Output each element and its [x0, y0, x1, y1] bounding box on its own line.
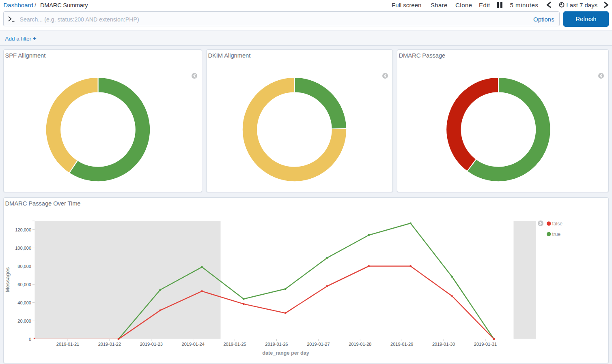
svg-text:0: 0: [29, 337, 31, 342]
svg-text:2019-01-27: 2019-01-27: [307, 342, 330, 347]
svg-text:80,000: 80,000: [17, 264, 31, 269]
svg-text:2019-01-21: 2019-01-21: [56, 342, 79, 347]
svg-text:true: true: [552, 231, 561, 237]
svg-text:60,000: 60,000: [17, 282, 31, 287]
svg-text:Messages: Messages: [4, 267, 11, 292]
svg-text:40,000: 40,000: [17, 300, 31, 305]
svg-text:2019-01-28: 2019-01-28: [349, 342, 371, 347]
svg-text:2019-01-26: 2019-01-26: [265, 342, 288, 347]
svg-text:date_range per day: date_range per day: [262, 350, 309, 356]
svg-text:2019-01-31: 2019-01-31: [474, 342, 497, 347]
svg-text:false: false: [552, 221, 563, 227]
svg-text:20,000: 20,000: [17, 319, 31, 323]
svg-text:2019-01-30: 2019-01-30: [432, 342, 455, 347]
svg-text:100,000: 100,000: [15, 246, 31, 251]
svg-text:120,000: 120,000: [15, 227, 31, 232]
svg-text:2019-01-22: 2019-01-22: [98, 342, 121, 347]
svg-text:2019-01-23: 2019-01-23: [140, 342, 163, 347]
svg-text:2019-01-29: 2019-01-29: [390, 342, 413, 347]
svg-text:2019-01-24: 2019-01-24: [182, 342, 205, 347]
svg-text:2019-01-25: 2019-01-25: [223, 342, 246, 347]
